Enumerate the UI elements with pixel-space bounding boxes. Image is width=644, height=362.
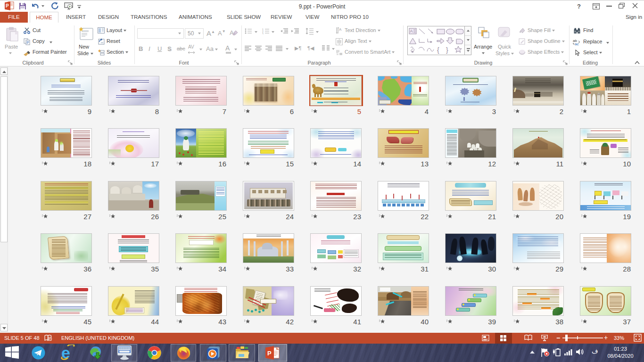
svg-text:e: e [61,345,70,361]
svg-text:3: 3 [262,33,264,35]
svg-text:ac: ac [575,42,578,45]
svg-text:A: A [339,27,342,32]
svg-text:P: P [267,350,272,357]
svg-text:}: } [446,46,448,54]
svg-text:A: A [230,29,234,36]
svg-text:A: A [410,29,413,33]
svg-text:{: { [437,46,439,54]
